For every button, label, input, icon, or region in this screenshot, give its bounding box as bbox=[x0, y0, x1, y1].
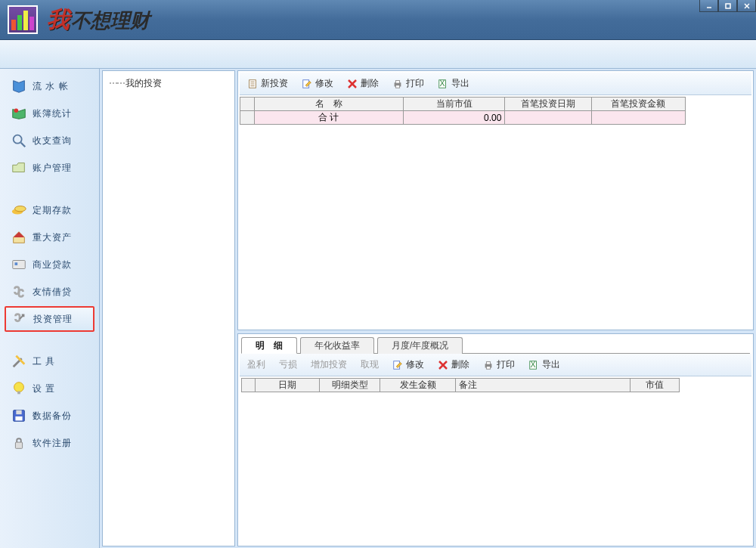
book-blue-icon bbox=[10, 77, 28, 95]
col-value[interactable]: 市值 bbox=[630, 379, 679, 392]
sidebar-item-label: 重大资产 bbox=[33, 231, 72, 244]
edit-icon bbox=[302, 79, 312, 89]
col-remark[interactable]: 备注 bbox=[456, 379, 630, 392]
tab-period[interactable]: 月度/年度概况 bbox=[377, 337, 463, 354]
svg-rect-18 bbox=[15, 442, 22, 448]
profit-button[interactable]: 盈利 bbox=[247, 358, 265, 371]
main-area: 流 水 帐 账簿统计 收支查询 账户管理 定期存款 重大资产 商业贷款 bbox=[0, 69, 756, 548]
print-icon bbox=[392, 79, 403, 89]
col-date[interactable]: 日期 bbox=[256, 379, 320, 392]
sidebar-item-label: 账簿统计 bbox=[33, 107, 72, 120]
withdraw-button[interactable]: 取现 bbox=[361, 358, 379, 371]
button-label: 取现 bbox=[361, 358, 379, 371]
total-row[interactable]: 合 计 0.00 bbox=[240, 111, 686, 125]
svg-rect-1 bbox=[726, 4, 730, 8]
sidebar-item-ledger[interactable]: 流 水 帐 bbox=[5, 73, 94, 99]
sidebar-item-label: 数据备份 bbox=[33, 410, 72, 423]
row-selector[interactable] bbox=[240, 111, 255, 125]
export-icon: X bbox=[528, 360, 539, 370]
new-investment-button[interactable]: 新投资 bbox=[247, 77, 288, 90]
tree-root-label: 我的投资 bbox=[125, 77, 162, 90]
total-first-date bbox=[505, 111, 591, 125]
add-investment-button[interactable]: 增加投资 bbox=[311, 358, 347, 371]
sidebar-item-asset[interactable]: 重大资产 bbox=[5, 224, 94, 250]
print-button[interactable]: 打印 bbox=[392, 77, 424, 90]
svg-point-4 bbox=[14, 109, 18, 113]
card-icon bbox=[10, 255, 28, 274]
button-label: 导出 bbox=[451, 77, 469, 90]
bottom-toolbar: 盈利 亏损 增加投资 取现 修改 删除 打印 X 导出 bbox=[240, 354, 751, 376]
delete-icon bbox=[347, 79, 358, 89]
sidebar-item-label: 工 具 bbox=[33, 355, 55, 368]
total-label: 合 计 bbox=[254, 111, 403, 125]
document-icon bbox=[247, 79, 258, 89]
sidebar-item-settings[interactable]: 设 置 bbox=[5, 376, 94, 401]
sidebar-item-loan[interactable]: 商业贷款 bbox=[5, 252, 94, 277]
lock-icon bbox=[10, 434, 28, 452]
button-label: 打印 bbox=[497, 358, 515, 371]
close-button[interactable] bbox=[737, 0, 756, 12]
folder-icon bbox=[10, 159, 28, 177]
sidebar-item-friend-loan[interactable]: 友情借贷 bbox=[5, 279, 94, 305]
button-label: 新投资 bbox=[261, 77, 288, 90]
disk-icon bbox=[10, 407, 28, 425]
maximize-button[interactable] bbox=[718, 0, 737, 12]
tabs-row: 明 细 年化收益率 月度/年度概况 bbox=[241, 337, 750, 354]
sidebar-item-backup[interactable]: 数据备份 bbox=[5, 403, 94, 429]
delete-detail-button[interactable]: 删除 bbox=[438, 358, 469, 371]
col-type[interactable]: 明细类型 bbox=[320, 379, 380, 392]
button-label: 删除 bbox=[451, 358, 469, 371]
col-amount[interactable]: 发生金额 bbox=[380, 379, 456, 392]
top-strip bbox=[0, 40, 756, 69]
button-label: 修改 bbox=[315, 77, 333, 90]
export-detail-button[interactable]: X 导出 bbox=[528, 358, 560, 371]
row-selector-header[interactable] bbox=[242, 379, 256, 392]
tab-detail[interactable]: 明 细 bbox=[241, 337, 297, 354]
top-toolbar: 新投资 修改 删除 打印 X 导出 bbox=[240, 73, 751, 95]
svg-text:X: X bbox=[531, 360, 536, 369]
sidebar-item-tools[interactable]: 工 具 bbox=[5, 348, 94, 374]
tab-annual[interactable]: 年化收益率 bbox=[300, 337, 374, 354]
export-button[interactable]: X 导出 bbox=[438, 77, 469, 90]
loss-button[interactable]: 亏损 bbox=[279, 358, 297, 371]
button-label: 删除 bbox=[361, 77, 379, 90]
sidebar-item-register[interactable]: 软件注册 bbox=[5, 430, 94, 456]
sidebar-item-query[interactable]: 收支查询 bbox=[5, 128, 94, 153]
button-label: 盈利 bbox=[247, 358, 265, 371]
col-name[interactable]: 名 称 bbox=[254, 98, 403, 111]
row-selector-header[interactable] bbox=[240, 98, 255, 111]
svg-rect-35 bbox=[486, 361, 490, 364]
edit-detail-button[interactable]: 修改 bbox=[392, 358, 424, 371]
svg-rect-28 bbox=[395, 85, 399, 88]
app-title-rest: 不想理财 bbox=[71, 8, 150, 34]
sidebar-item-stats[interactable]: 账簿统计 bbox=[5, 101, 94, 126]
svg-text:X: X bbox=[440, 79, 445, 88]
edit-icon bbox=[392, 360, 403, 370]
sidebar-item-deposit[interactable]: 定期存款 bbox=[5, 197, 94, 223]
col-first-amount[interactable]: 首笔投资金额 bbox=[591, 98, 685, 111]
sidebar-divider bbox=[5, 182, 94, 197]
col-first-date[interactable]: 首笔投资日期 bbox=[505, 98, 591, 111]
delete-button[interactable]: 删除 bbox=[347, 77, 379, 90]
sidebar-item-label: 账户管理 bbox=[33, 162, 72, 175]
button-label: 修改 bbox=[406, 358, 424, 371]
col-market-value[interactable]: 当前市值 bbox=[403, 98, 505, 111]
svg-rect-27 bbox=[395, 80, 399, 83]
print-detail-button[interactable]: 打印 bbox=[483, 358, 515, 371]
content-area: 新投资 修改 删除 打印 X 导出 bbox=[237, 70, 754, 546]
tree-root-item[interactable]: 我的投资 bbox=[109, 76, 228, 91]
app-title-first: 我 bbox=[47, 5, 70, 36]
sidebar-item-investment[interactable]: 投资管理 bbox=[5, 306, 94, 332]
tools-icon bbox=[10, 352, 28, 370]
print-icon bbox=[483, 360, 494, 370]
sidebar-item-account[interactable]: 账户管理 bbox=[5, 155, 94, 181]
svg-rect-17 bbox=[15, 416, 22, 421]
money-icon bbox=[10, 201, 28, 219]
investment-table-wrap: 名 称 当前市值 首笔投资日期 首笔投资金额 合 计 0.00 bbox=[240, 97, 751, 125]
sidebar-item-label: 定期存款 bbox=[33, 204, 72, 217]
minimize-button[interactable] bbox=[699, 0, 718, 12]
bottom-panel: 明 细 年化收益率 月度/年度概况 盈利 亏损 增加投资 取现 修改 删除 bbox=[237, 333, 754, 546]
svg-rect-10 bbox=[15, 262, 18, 265]
edit-button[interactable]: 修改 bbox=[302, 77, 333, 90]
invest-icon bbox=[11, 310, 29, 328]
